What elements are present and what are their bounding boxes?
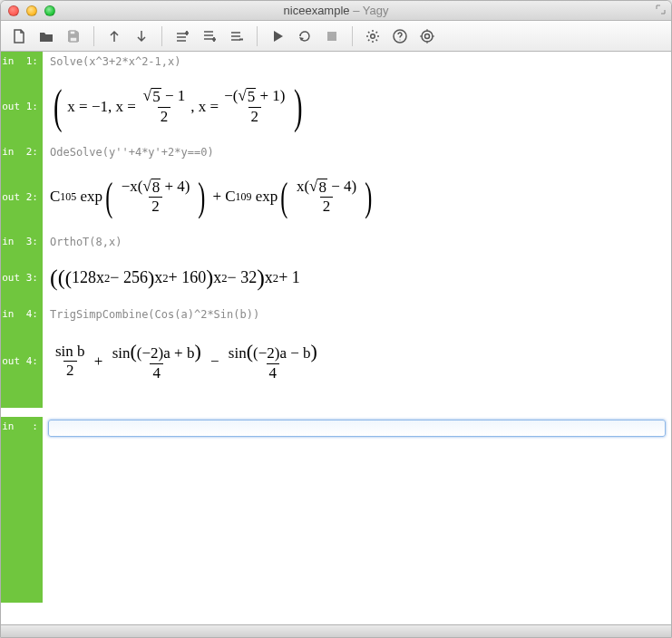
cell-2-input-row: in 2: OdeSolve(y''+4*y'+2*y==0) <box>1 142 671 162</box>
window-controls <box>8 5 55 16</box>
active-input-cell <box>43 417 671 440</box>
expand-icon[interactable] <box>656 5 666 16</box>
out-label: out 3: <box>1 252 43 304</box>
open-file-button[interactable] <box>34 24 59 48</box>
svg-point-5 <box>399 39 400 40</box>
out-label: out 1: <box>1 72 43 142</box>
cell-4-output-row: out 4: sin b2 + sin((−2)a + b)4 − sin((−… <box>1 324 671 399</box>
spacer-row <box>1 399 671 417</box>
out-label: out 2: <box>1 162 43 232</box>
close-window-button[interactable] <box>8 5 19 16</box>
remove-cell-button[interactable] <box>224 24 249 48</box>
settings-button[interactable] <box>360 24 385 48</box>
empty-area <box>1 440 671 603</box>
notebook[interactable]: in 1: Solve(x^3+2*x^2-1,x) out 1: ( x = … <box>1 52 671 624</box>
svg-rect-0 <box>70 31 75 34</box>
stop-button[interactable] <box>319 24 345 48</box>
svg-point-3 <box>371 34 375 38</box>
cell-3-input-row: in 3: OrthoT(8,x) <box>1 232 671 252</box>
minimize-window-button[interactable] <box>26 5 37 16</box>
zoom-window-button[interactable] <box>44 5 55 16</box>
in-label: in 4: <box>1 304 43 324</box>
svg-point-6 <box>422 31 433 42</box>
save-file-button[interactable] <box>61 24 86 48</box>
cell-2-output-row: out 2: C105 exp ( −x(8 + 4) 2 ) + C109 e… <box>1 162 671 232</box>
out-label: out 4: <box>1 324 43 399</box>
cell-1-output-row: out 1: ( x = −1, x = 5 − 1 2 , x = −(5 +… <box>1 72 671 142</box>
svg-rect-1 <box>70 37 77 42</box>
command-input[interactable] <box>48 420 666 437</box>
cell-input-code[interactable]: TrigSimpCombine(Cos(a)^2*Sin(b)) <box>43 304 671 324</box>
status-bar <box>1 624 671 637</box>
run-button[interactable] <box>265 24 290 48</box>
toolbar <box>1 21 671 52</box>
cell-input-code[interactable]: OdeSolve(y''+4*y'+2*y==0) <box>43 142 671 162</box>
insert-above-button[interactable] <box>170 24 195 48</box>
cell-output: (((128x2 − 256)x2 + 160)x2 − 32)x2 + 1 <box>43 252 671 304</box>
inspect-button[interactable] <box>414 24 440 48</box>
cell-spacer <box>43 399 671 417</box>
svg-point-7 <box>425 34 430 38</box>
insert-below-button[interactable] <box>197 24 222 48</box>
help-button[interactable] <box>387 24 413 48</box>
active-input-row: in : <box>1 417 671 440</box>
cell-fill <box>43 440 671 603</box>
new-file-button[interactable] <box>6 24 32 48</box>
in-label: in 2: <box>1 142 43 162</box>
cell-output: ( x = −1, x = 5 − 1 2 , x = −(5 + 1) 2 ) <box>43 72 671 142</box>
cell-input-code[interactable]: Solve(x^3+2*x^2-1,x) <box>43 52 671 72</box>
window-title: niceexample – Yagy <box>1 4 671 17</box>
cell-input-code[interactable]: OrthoT(8,x) <box>43 232 671 252</box>
gutter-spacer <box>1 399 43 408</box>
titlebar: niceexample – Yagy <box>1 1 671 21</box>
gutter-fill <box>1 440 43 603</box>
in-label: in 3: <box>1 232 43 252</box>
cell-4-input-row: in 4: TrigSimpCombine(Cos(a)^2*Sin(b)) <box>1 304 671 324</box>
move-down-button[interactable] <box>129 24 154 48</box>
in-label: in : <box>1 417 43 440</box>
cell-1-input-row: in 1: Solve(x^3+2*x^2-1,x) <box>1 52 671 72</box>
svg-rect-2 <box>327 32 336 41</box>
cell-output: sin b2 + sin((−2)a + b)4 − sin((−2)a − b… <box>43 324 671 399</box>
document-name: niceexample <box>284 4 350 17</box>
cell-3-output-row: out 3: (((128x2 − 256)x2 + 160)x2 − 32)x… <box>1 252 671 304</box>
cell-output: C105 exp ( −x(8 + 4) 2 ) + C109 exp ( x(… <box>43 162 671 232</box>
move-up-button[interactable] <box>102 24 127 48</box>
rerun-button[interactable] <box>292 24 317 48</box>
app-name: Yagy <box>363 4 389 17</box>
in-label: in 1: <box>1 52 43 72</box>
